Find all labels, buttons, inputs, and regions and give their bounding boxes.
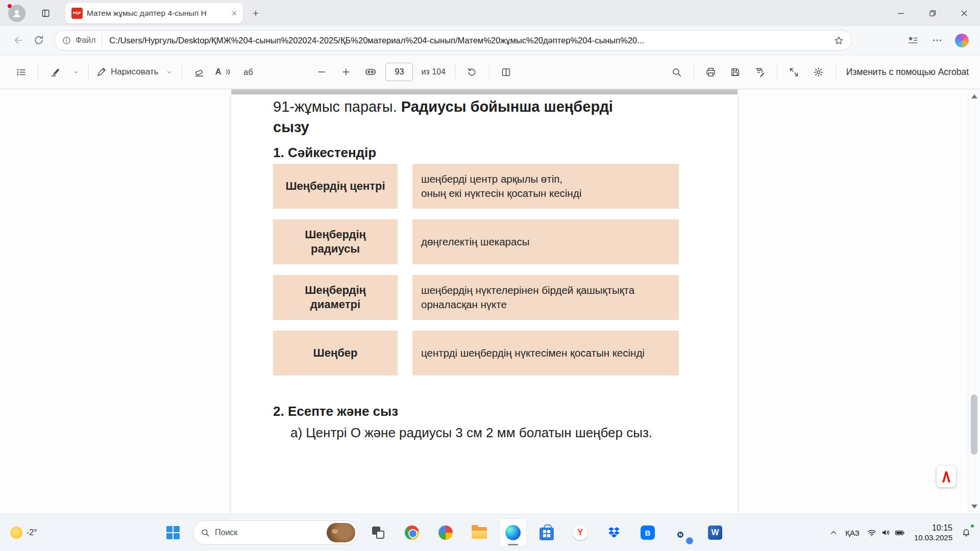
- fullscreen-button[interactable]: [785, 62, 804, 82]
- toolbar-separator: [455, 64, 455, 80]
- info-icon[interactable]: [62, 36, 71, 45]
- scroll-up-arrow[interactable]: [971, 94, 977, 98]
- highlight-button[interactable]: [45, 62, 65, 82]
- draw-button[interactable]: Нарисовать: [96, 62, 158, 82]
- clock[interactable]: 10:15 10.03.2025: [909, 523, 958, 542]
- zoom-in-button[interactable]: [336, 62, 356, 82]
- store-icon: [540, 528, 554, 540]
- highlight-options-chevron[interactable]: [70, 62, 81, 82]
- scroll-down-arrow[interactable]: [971, 505, 977, 509]
- task-a-text: а) Центрі О және радиусы 3 см 2 мм болат…: [290, 425, 652, 441]
- language-indicator[interactable]: ҚАЗ: [842, 521, 863, 544]
- fit-width-button[interactable]: [361, 62, 380, 82]
- save-as-button[interactable]: [750, 62, 770, 82]
- quick-settings-button[interactable]: [863, 521, 909, 544]
- gear-icon: [813, 67, 824, 78]
- favorites-bar-button[interactable]: [902, 30, 923, 51]
- table-of-contents-icon: [16, 67, 27, 78]
- toolbar-separator: [88, 64, 89, 80]
- profile-avatar[interactable]: [8, 5, 26, 22]
- search-doodle-image: [327, 523, 355, 542]
- workspaces-button[interactable]: [41, 8, 51, 18]
- settings-button[interactable]: [809, 62, 828, 82]
- task-view-button[interactable]: [364, 518, 392, 547]
- save-as-icon: [754, 67, 765, 78]
- notification-center-button[interactable]: [958, 521, 975, 544]
- new-tab-button[interactable]: [251, 9, 260, 18]
- taskbar-search-box[interactable]: Поиск: [193, 520, 358, 545]
- taskbar-chrome-profile[interactable]: N: [668, 518, 695, 547]
- toolbar-separator: [694, 64, 694, 80]
- taskbar-microsoft-store[interactable]: [533, 518, 560, 547]
- match-term: Шеңбердің центрі: [273, 164, 398, 209]
- page-gap: [231, 89, 738, 94]
- rotate-button[interactable]: [462, 62, 482, 82]
- minimize-button[interactable]: [885, 0, 917, 26]
- taskbar-colorful-app[interactable]: [432, 518, 459, 547]
- match-row: Шеңбердің радиусы дөңгелектің шекарасы: [273, 219, 679, 264]
- restore-button[interactable]: [917, 0, 948, 26]
- clock-date: 10.03.2025: [914, 533, 952, 542]
- edit-with-acrobat-button[interactable]: Изменить с помощью Acrobat: [846, 67, 969, 78]
- folder-icon: [472, 527, 487, 539]
- tab-close-button[interactable]: [231, 10, 238, 17]
- back-button[interactable]: [8, 30, 29, 51]
- start-button[interactable]: [159, 518, 187, 547]
- taskbar-yandex[interactable]: Y: [567, 518, 594, 547]
- tab-title: Матем жұмыс дәптер 4-сынып Н: [87, 9, 227, 18]
- match-term: Шеңбер: [273, 331, 398, 375]
- taskbar-apps: Поиск Y: [159, 514, 729, 551]
- zoom-out-button[interactable]: [312, 62, 331, 82]
- notification-dot: [7, 4, 12, 9]
- url-field[interactable]: Файл C:/Users/Нургуль/Desktop/ҚМЖ%204-сы…: [54, 30, 852, 51]
- refresh-button[interactable]: [29, 30, 49, 51]
- more-menu-button[interactable]: [927, 30, 947, 51]
- open-in-acrobat-button[interactable]: [937, 466, 956, 487]
- tray-overflow-button[interactable]: [825, 521, 842, 544]
- expand-icon: [789, 67, 799, 78]
- taskbar-edge-active[interactable]: [499, 518, 527, 547]
- close-icon: [960, 9, 969, 18]
- url-scheme-label: Файл: [76, 36, 95, 45]
- search-document-button[interactable]: [667, 62, 687, 82]
- plus-icon: [251, 9, 260, 18]
- page-view-button[interactable]: [497, 62, 516, 82]
- add-text-icon: аб: [243, 67, 253, 77]
- read-aloud-button[interactable]: A: [214, 62, 233, 82]
- browser-tab[interactable]: PDF Матем жұмыс дәптер 4-сынып Н: [65, 3, 243, 23]
- taskbar-vk[interactable]: В: [634, 518, 662, 547]
- fit-width-icon: [364, 66, 377, 78]
- edge-icon: [505, 525, 521, 540]
- vertical-scrollbar[interactable]: [968, 89, 980, 514]
- weather-widget[interactable]: -2°: [6, 514, 41, 551]
- refresh-icon: [33, 35, 44, 46]
- save-button[interactable]: [726, 62, 745, 82]
- print-button[interactable]: [701, 62, 721, 82]
- sun-icon: [10, 527, 22, 539]
- match-row: Шеңбердің центрі шеңберді центр арқылы ө…: [273, 164, 679, 209]
- contents-button[interactable]: [11, 62, 31, 82]
- person-icon: [11, 8, 22, 19]
- eraser-icon: [194, 67, 205, 78]
- page-number-input[interactable]: [385, 63, 413, 81]
- volume-icon: [880, 528, 891, 538]
- url-text[interactable]: C:/Users/Нургуль/Desktop/ҚМЖ%204-сынып%2…: [109, 36, 828, 45]
- erase-button[interactable]: [189, 62, 209, 82]
- copilot-button[interactable]: [951, 30, 972, 51]
- taskbar-chrome[interactable]: [398, 518, 426, 547]
- toolbar-separator: [182, 64, 182, 80]
- scrollbar-thumb[interactable]: [971, 394, 977, 455]
- yandex-icon: Y: [573, 525, 588, 540]
- favorite-star-button[interactable]: [828, 35, 844, 46]
- section-2-heading: 2. Есепте және сыз: [273, 404, 398, 419]
- taskbar-word[interactable]: W: [701, 518, 729, 547]
- page-total-label: из 104: [421, 67, 445, 77]
- pdf-toolbar: Нарисовать A аб из 104: [0, 55, 980, 89]
- close-window-button[interactable]: [948, 0, 980, 26]
- taskbar-file-explorer[interactable]: [465, 518, 493, 547]
- draw-options-chevron[interactable]: [163, 62, 175, 82]
- taskbar-dropbox[interactable]: [600, 518, 628, 547]
- add-text-button[interactable]: аб: [238, 62, 258, 82]
- match-definition: шеңбердің нүктелерінен бірдей қашықтықта…: [412, 275, 679, 320]
- matching-exercise: Шеңбердің центрі шеңберді центр арқылы ө…: [273, 164, 679, 375]
